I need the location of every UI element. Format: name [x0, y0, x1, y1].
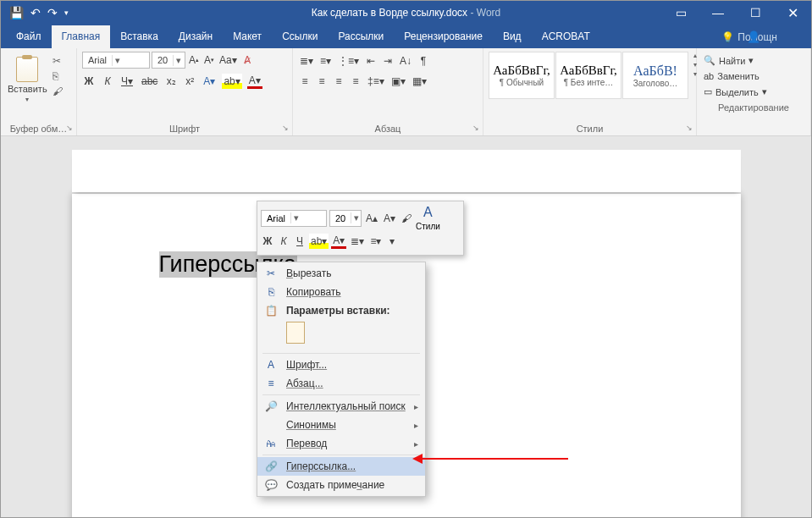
mini-bold[interactable]: Ж — [261, 234, 274, 249]
maximize-icon[interactable]: ☐ — [737, 1, 774, 25]
line-spacing-icon[interactable]: ‡≡▾ — [366, 74, 386, 89]
italic-button[interactable]: К — [101, 74, 114, 89]
font-size-combo[interactable]: 20▾ — [152, 52, 185, 69]
underline-button[interactable]: Ч▾ — [119, 74, 135, 89]
qat-dropdown-icon[interactable]: ▾ — [64, 8, 69, 17]
dialog-launcher-icon[interactable]: ↘ — [66, 124, 73, 132]
dialog-launcher-icon[interactable]: ↘ — [472, 124, 479, 132]
mini-font-color-icon[interactable]: A▾ — [331, 234, 346, 249]
tab-review[interactable]: Рецензирование — [394, 25, 493, 48]
paste-button[interactable]: Вставить ▾ — [6, 52, 49, 103]
minimize-icon[interactable]: — — [699, 1, 737, 25]
subscript-button[interactable]: x₂ — [164, 74, 178, 89]
mini-styles-dropdown-icon[interactable]: ▾ — [385, 234, 399, 249]
tab-insert[interactable]: Вставка — [110, 25, 168, 48]
search-icon: 🔎 — [264, 400, 278, 412]
tab-references[interactable]: Ссылки — [272, 25, 328, 48]
format-painter-icon[interactable]: 🖌 — [52, 85, 63, 97]
quick-access-toolbar: 💾 ↶ ↷ ▾ — [1, 6, 77, 19]
tab-layout[interactable]: Макет — [223, 25, 272, 48]
context-menu: ✂Вырезать ⎘Копировать 📋Параметры вставки… — [257, 262, 426, 497]
text-effects-icon[interactable]: A▾ — [202, 74, 217, 89]
group-paragraph: ≣▾ ≡▾ ⋮≡▾ ⇤ ⇥ A↓ ¶ ≡ ≡ ≡ ≡ ‡≡▾ ▣▾ ▦▾ Абз… — [293, 48, 483, 135]
save-icon[interactable]: 💾 — [9, 6, 24, 19]
replace-button[interactable]: abЗаменить — [704, 71, 804, 81]
mini-bullets-icon[interactable]: ≣▾ — [349, 234, 366, 249]
dialog-launcher-icon[interactable]: ↘ — [282, 124, 289, 132]
mini-format-painter-icon[interactable]: 🖌 — [400, 211, 413, 226]
ctx-paste-options-label: 📋Параметры вставки: — [257, 301, 425, 320]
multilevel-icon[interactable]: ⋮≡▾ — [336, 53, 361, 69]
style-heading1[interactable]: АаБбВ! Заголово… — [622, 52, 688, 99]
mini-font-size[interactable]: 20▾ — [329, 210, 362, 227]
find-button[interactable]: 🔍Найти ▾ — [704, 55, 804, 66]
comment-icon: 💬 — [264, 479, 278, 491]
tab-design[interactable]: Дизайн — [168, 25, 223, 48]
ribbon-options-icon[interactable]: ▭ — [662, 1, 699, 25]
superscript-button[interactable]: x² — [183, 74, 196, 89]
close-icon[interactable]: ✕ — [774, 1, 811, 25]
ctx-smart-lookup[interactable]: 🔎Интеллектуальный поиск — [257, 397, 425, 416]
shrink-font-icon[interactable]: A▾ — [202, 52, 216, 68]
share-icon[interactable]: 👤 — [743, 30, 764, 43]
bullets-icon[interactable]: ≣▾ — [298, 53, 315, 69]
tab-file[interactable]: Файл — [6, 25, 52, 48]
clear-format-icon[interactable]: A̷ — [240, 52, 254, 68]
select-button[interactable]: ▭Выделить ▾ — [704, 86, 804, 97]
ctx-paragraph[interactable]: ≡Абзац... — [257, 374, 425, 393]
ctx-font[interactable]: AШрифт... — [257, 355, 425, 374]
copy-icon[interactable]: ⎘ — [52, 70, 63, 82]
grow-font-icon[interactable]: A▴ — [187, 52, 201, 68]
decrease-indent-icon[interactable]: ⇤ — [364, 53, 378, 69]
mini-underline[interactable]: Ч — [293, 234, 307, 249]
app-name: Word — [477, 7, 500, 19]
align-center-icon[interactable]: ≡ — [315, 74, 329, 89]
ctx-cut[interactable]: ✂Вырезать — [257, 264, 425, 283]
separator — [262, 394, 420, 395]
shading-icon[interactable]: ▣▾ — [389, 74, 407, 89]
mini-highlight-icon[interactable]: ab▾ — [309, 234, 329, 249]
mini-italic[interactable]: К — [277, 234, 290, 249]
ctx-paste-keep-text[interactable] — [257, 320, 425, 351]
undo-icon[interactable]: ↶ — [30, 6, 41, 19]
tab-mailings[interactable]: Рассылки — [328, 25, 394, 48]
ctx-translate[interactable]: 🗛Перевод — [257, 434, 425, 453]
align-right-icon[interactable]: ≡ — [332, 74, 345, 89]
tab-view[interactable]: Вид — [493, 25, 532, 48]
dialog-launcher-icon[interactable]: ↘ — [686, 124, 693, 132]
redo-icon[interactable]: ↷ — [47, 6, 58, 19]
mini-styles-button[interactable]: A Стили — [416, 205, 440, 231]
window-controls: ▭ — ☐ ✕ — [662, 1, 811, 25]
mini-numbering-icon[interactable]: ≡▾ — [368, 234, 383, 249]
ctx-new-comment[interactable]: 💬Создать примечание — [257, 476, 425, 494]
sort-icon[interactable]: A↓ — [398, 53, 413, 69]
cut-icon[interactable]: ✂ — [52, 55, 63, 67]
justify-icon[interactable]: ≡ — [349, 74, 362, 89]
font-name-combo[interactable]: Arial▾ — [82, 52, 150, 69]
bold-button[interactable]: Ж — [82, 74, 96, 89]
increase-indent-icon[interactable]: ⇥ — [381, 53, 395, 69]
change-case-icon[interactable]: Aa▾ — [218, 52, 239, 68]
style-normal[interactable]: АаБбВвГг, ¶ Обычный — [489, 52, 555, 99]
highlight-icon[interactable]: ab▾ — [222, 74, 241, 89]
show-marks-icon[interactable]: ¶ — [417, 53, 430, 69]
doc-name: Как сделать в Ворде ссылку.docx — [312, 7, 467, 19]
numbering-icon[interactable]: ≡▾ — [318, 53, 333, 69]
tab-home[interactable]: Главная — [52, 25, 111, 48]
font-color-icon[interactable]: A▾ — [247, 74, 262, 89]
mini-grow-icon[interactable]: A▴ — [364, 211, 379, 226]
tab-acrobat[interactable]: ACROBAT — [532, 25, 600, 48]
group-font: Arial▾ 20▾ A▴ A▾ Aa▾ A̷ Ж К Ч▾ abc x₂ x²… — [77, 48, 293, 135]
ctx-hyperlink[interactable]: 🔗Гиперссылка... — [257, 457, 425, 476]
ctx-synonyms[interactable]: Синонимы — [257, 416, 425, 434]
paragraph-icon: ≡ — [264, 377, 278, 389]
group-label: Стили — [489, 122, 691, 134]
prev-page-tail — [72, 150, 741, 192]
ctx-copy[interactable]: ⎘Копировать — [257, 283, 425, 301]
mini-shrink-icon[interactable]: A▾ — [382, 211, 397, 226]
strikethrough-button[interactable]: abc — [140, 74, 159, 89]
mini-font-name[interactable]: Arial▾ — [261, 210, 327, 227]
align-left-icon[interactable]: ≡ — [298, 74, 312, 89]
style-no-spacing[interactable]: АаБбВвГг, ¶ Без инте… — [555, 52, 621, 99]
borders-icon[interactable]: ▦▾ — [411, 74, 428, 89]
